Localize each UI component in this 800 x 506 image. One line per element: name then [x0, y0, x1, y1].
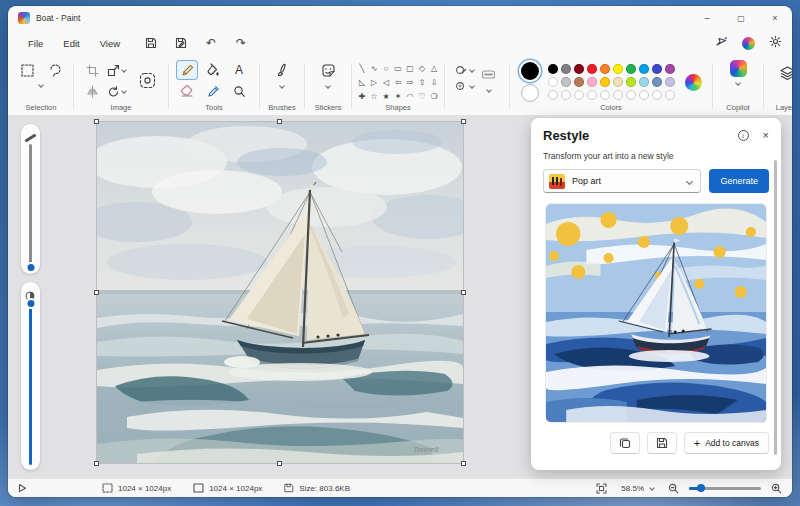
zoom-out-icon[interactable]: [668, 483, 679, 494]
selection-handle-se[interactable]: [461, 461, 466, 466]
palette-empty-slot[interactable]: [561, 90, 571, 100]
palette-color-swatch[interactable]: [600, 64, 610, 74]
shape-curve[interactable]: ∿: [369, 62, 380, 75]
color2-swatch[interactable]: [521, 84, 539, 102]
palette-empty-slot[interactable]: [600, 90, 610, 100]
color-picker-tool-icon[interactable]: [202, 81, 224, 101]
shape-arrow-left[interactable]: ⇦: [393, 76, 404, 89]
shape-six-point-star[interactable]: ✶: [393, 90, 404, 103]
palette-color-swatch[interactable]: [574, 64, 584, 74]
restyle-close-icon[interactable]: ×: [763, 130, 769, 141]
generative-erase-icon[interactable]: [135, 68, 161, 94]
stickers-icon[interactable]: [317, 60, 339, 80]
generate-button[interactable]: Generate: [709, 169, 769, 193]
brushes-icon[interactable]: [271, 60, 293, 80]
palette-empty-slot[interactable]: [639, 90, 649, 100]
selection-handle-n[interactable]: [277, 119, 282, 124]
palette-color-swatch[interactable]: [613, 77, 623, 87]
palette-color-swatch[interactable]: [626, 77, 636, 87]
free-form-select-icon[interactable]: [44, 60, 66, 80]
shape-rounded-rectangle[interactable]: ▢: [405, 62, 416, 75]
color1-swatch[interactable]: [521, 62, 539, 80]
palette-color-swatch[interactable]: [652, 64, 662, 74]
magnifier-tool-icon[interactable]: [228, 81, 250, 101]
palette-empty-slot[interactable]: [574, 90, 584, 100]
shape-fill-dropdown[interactable]: [455, 80, 474, 92]
stroke-size-chevron[interactable]: [486, 87, 492, 93]
shape-arrow-down[interactable]: ⇩: [429, 76, 440, 89]
add-to-canvas-button[interactable]: + Add to canvas: [684, 432, 769, 454]
palette-color-swatch[interactable]: [626, 64, 636, 74]
shape-arc[interactable]: ◠: [405, 90, 416, 103]
style-select-dropdown[interactable]: Pop art: [543, 169, 701, 193]
shape-arrow-right[interactable]: ⇨: [405, 76, 416, 89]
selection-handle-ne[interactable]: [461, 119, 466, 124]
palette-color-swatch[interactable]: [574, 77, 584, 87]
palette-color-swatch[interactable]: [600, 77, 610, 87]
shape-right-triangle[interactable]: ◺: [357, 76, 368, 89]
selection-handle-w[interactable]: [94, 290, 99, 295]
save-icon[interactable]: [144, 36, 158, 50]
resize-icon[interactable]: [106, 60, 128, 80]
redo-icon[interactable]: ↷: [234, 36, 248, 50]
info-icon[interactable]: i: [738, 130, 749, 141]
shape-four-point-star[interactable]: ☆: [369, 90, 380, 103]
restyle-scrollbar[interactable]: [774, 160, 777, 455]
canvas[interactable]: Tonnell: [97, 122, 463, 463]
settings-gear-icon[interactable]: [769, 34, 782, 52]
menu-edit[interactable]: Edit: [53, 35, 89, 52]
rotate-icon[interactable]: [106, 81, 128, 101]
palette-color-swatch[interactable]: [639, 64, 649, 74]
palette-color-swatch[interactable]: [652, 77, 662, 87]
copilot-menubar-icon[interactable]: [742, 37, 755, 50]
thickness-slider-thumb[interactable]: [27, 264, 34, 271]
brushes-dropdown-chevron[interactable]: [279, 83, 285, 89]
titlebar[interactable]: Boat - Paint – ▢ ×: [8, 6, 792, 30]
shape-cross[interactable]: ✚: [357, 90, 368, 103]
zoom-slider[interactable]: [689, 487, 761, 490]
shape-arrow-up[interactable]: ⇧: [417, 76, 428, 89]
palette-color-swatch[interactable]: [587, 77, 597, 87]
shape-five-point-star[interactable]: ★: [381, 90, 392, 103]
shape-oval[interactable]: ○: [381, 62, 392, 75]
selection-handle-sw[interactable]: [94, 461, 99, 466]
copilot-icon[interactable]: [730, 60, 747, 77]
selection-handle-s[interactable]: [277, 461, 282, 466]
palette-empty-slot[interactable]: [613, 90, 623, 100]
opacity-slider[interactable]: [29, 302, 32, 465]
undo-icon[interactable]: ↶: [204, 36, 218, 50]
palette-empty-slot[interactable]: [652, 90, 662, 100]
palette-empty-slot[interactable]: [665, 90, 675, 100]
eraser-tool-icon[interactable]: [176, 81, 198, 101]
palette-color-swatch[interactable]: [587, 64, 597, 74]
shape-line[interactable]: ╲: [357, 62, 368, 75]
zoom-slider-thumb[interactable]: [697, 484, 705, 492]
maximize-button[interactable]: ▢: [724, 6, 758, 30]
palette-color-swatch[interactable]: [548, 64, 558, 74]
shape-triangle-right[interactable]: ▷: [369, 76, 380, 89]
crop-icon[interactable]: [82, 60, 104, 80]
text-tool-icon[interactable]: A: [228, 60, 250, 80]
save-as-icon[interactable]: [174, 36, 188, 50]
selection-handle-nw[interactable]: [94, 119, 99, 124]
pencil-tool-icon[interactable]: [176, 60, 198, 80]
minimize-button[interactable]: –: [690, 6, 724, 30]
copy-result-button[interactable]: [610, 432, 640, 454]
stroke-size-icon[interactable]: [478, 65, 500, 85]
zoom-in-icon[interactable]: [771, 483, 782, 494]
palette-color-swatch[interactable]: [548, 77, 558, 87]
copilot-dropdown-chevron[interactable]: [735, 80, 741, 86]
rectangle-select-icon[interactable]: [16, 60, 38, 80]
selection-dropdown-chevron[interactable]: [38, 82, 44, 88]
save-result-button[interactable]: [647, 432, 677, 454]
palette-color-swatch[interactable]: [613, 64, 623, 74]
shape-rectangle[interactable]: ▭: [393, 62, 404, 75]
menu-view[interactable]: View: [90, 35, 130, 52]
shape-callout[interactable]: ❍: [429, 90, 440, 103]
thickness-slider[interactable]: [29, 144, 32, 269]
palette-color-swatch[interactable]: [561, 77, 571, 87]
shape-triangle[interactable]: △: [429, 62, 440, 75]
shape-diamond[interactable]: ◇: [417, 62, 428, 75]
layers-icon[interactable]: [776, 60, 792, 86]
shape-outline-dropdown[interactable]: [455, 64, 474, 76]
